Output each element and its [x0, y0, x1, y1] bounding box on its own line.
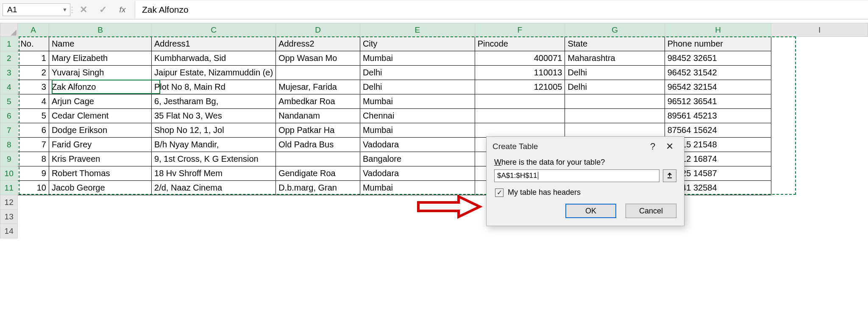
- data-cell[interactable]: 6, Jestharam Bg,: [152, 94, 276, 109]
- data-cell[interactable]: Chennai: [360, 109, 475, 123]
- data-cell[interactable]: 8: [18, 152, 49, 166]
- data-cell[interactable]: Gendigate Roa: [276, 166, 360, 181]
- empty-cell[interactable]: [152, 210, 276, 224]
- data-cell[interactable]: Opp Patkar Ha: [276, 123, 360, 138]
- data-cell[interactable]: [276, 66, 360, 80]
- col-header-B[interactable]: B: [49, 23, 151, 37]
- data-cell[interactable]: Old Padra Bus: [276, 138, 360, 152]
- empty-cell[interactable]: [360, 195, 475, 210]
- formula-input[interactable]: Zak Alfonzo: [135, 1, 868, 19]
- empty-cell[interactable]: [771, 51, 868, 66]
- data-cell[interactable]: 400071: [475, 51, 565, 66]
- data-cell[interactable]: 121005: [475, 80, 565, 94]
- fx-icon[interactable]: fx: [113, 1, 132, 19]
- empty-cell[interactable]: [771, 181, 868, 195]
- data-cell[interactable]: [475, 94, 565, 109]
- row-header-6[interactable]: 6: [0, 109, 18, 123]
- empty-cell[interactable]: [771, 109, 868, 123]
- row-header-5[interactable]: 5: [0, 94, 18, 109]
- ok-button[interactable]: OK: [565, 204, 616, 218]
- data-cell[interactable]: [565, 123, 665, 138]
- header-cell[interactable]: Address1: [152, 37, 276, 51]
- header-cell[interactable]: Phone number: [665, 37, 771, 51]
- data-cell[interactable]: [565, 94, 665, 109]
- data-cell[interactable]: Dodge Erikson: [49, 123, 151, 138]
- empty-cell[interactable]: [152, 195, 276, 210]
- header-cell[interactable]: State: [565, 37, 665, 51]
- data-cell[interactable]: Zak Alfonzo: [49, 80, 151, 94]
- data-cell[interactable]: Farid Grey: [49, 138, 151, 152]
- row-header-8[interactable]: 8: [0, 138, 18, 152]
- headers-checkbox-row[interactable]: ✓ My table has headers: [495, 188, 676, 197]
- close-button[interactable]: ✕: [661, 141, 678, 152]
- row-header-10[interactable]: 10: [0, 166, 18, 181]
- col-header-C[interactable]: C: [152, 23, 276, 37]
- empty-cell[interactable]: [771, 37, 868, 51]
- data-cell[interactable]: 2: [18, 66, 49, 80]
- data-cell[interactable]: [475, 123, 565, 138]
- worksheet-grid[interactable]: ABCDEFGHI1No.NameAddress1Address2CityPin…: [0, 23, 868, 238]
- range-input[interactable]: $A$1:$H$11: [494, 169, 659, 182]
- empty-cell[interactable]: [152, 224, 276, 238]
- row-header-13[interactable]: 13: [0, 210, 18, 224]
- data-cell[interactable]: Jacob George: [49, 181, 151, 195]
- empty-cell[interactable]: [771, 152, 868, 166]
- empty-cell[interactable]: [18, 210, 49, 224]
- data-cell[interactable]: 35 Flat No 3, Wes: [152, 109, 276, 123]
- collapse-dialog-button[interactable]: [663, 169, 676, 182]
- row-header-14[interactable]: 14: [0, 224, 18, 238]
- row-header-1[interactable]: 1: [0, 37, 18, 51]
- row-header-11[interactable]: 11: [0, 181, 18, 195]
- data-cell[interactable]: 96512 36541: [665, 94, 771, 109]
- col-header-F[interactable]: F: [475, 23, 565, 37]
- data-cell[interactable]: Nandanam: [276, 109, 360, 123]
- headers-checkbox[interactable]: ✓: [495, 188, 504, 197]
- empty-cell[interactable]: [360, 224, 475, 238]
- data-cell[interactable]: Cedar Clement: [49, 109, 151, 123]
- empty-cell[interactable]: [771, 224, 868, 238]
- empty-cell[interactable]: [771, 94, 868, 109]
- row-header-9[interactable]: 9: [0, 152, 18, 166]
- data-cell[interactable]: Bangalore: [360, 152, 475, 166]
- data-cell[interactable]: Mumbai: [360, 181, 475, 195]
- data-cell[interactable]: 6: [18, 123, 49, 138]
- data-cell[interactable]: 9, 1st Cross, K G Extension: [152, 152, 276, 166]
- chevron-down-icon[interactable]: ▼: [62, 7, 67, 13]
- data-cell[interactable]: Mumbai: [360, 94, 475, 109]
- data-cell[interactable]: Mumbai: [360, 51, 475, 66]
- data-cell[interactable]: 98452 32651: [665, 51, 771, 66]
- data-cell[interactable]: Yuvaraj Singh: [49, 66, 151, 80]
- empty-cell[interactable]: [771, 166, 868, 181]
- accept-icon[interactable]: ✓: [93, 1, 113, 19]
- data-cell[interactable]: Plot No 8, Main Rd: [152, 80, 276, 94]
- help-button[interactable]: ?: [644, 141, 661, 152]
- data-cell[interactable]: Mary Elizabeth: [49, 51, 151, 66]
- data-cell[interactable]: Robert Thomas: [49, 166, 151, 181]
- empty-cell[interactable]: [771, 210, 868, 224]
- row-header-3[interactable]: 3: [0, 66, 18, 80]
- data-cell[interactable]: Delhi: [360, 80, 475, 94]
- header-cell[interactable]: Address2: [276, 37, 360, 51]
- row-header-4[interactable]: 4: [0, 80, 18, 94]
- data-cell[interactable]: Kris Praveen: [49, 152, 151, 166]
- header-cell[interactable]: No.: [18, 37, 49, 51]
- row-header-2[interactable]: 2: [0, 51, 18, 66]
- data-cell[interactable]: Jaipur Estate, Nizammuddin (e): [152, 66, 276, 80]
- data-cell[interactable]: Mujesar, Farida: [276, 80, 360, 94]
- data-cell[interactable]: 96542 32154: [665, 80, 771, 94]
- empty-cell[interactable]: [49, 224, 151, 238]
- row-header-7[interactable]: 7: [0, 123, 18, 138]
- name-box[interactable]: A1 ▼: [3, 3, 70, 16]
- data-cell[interactable]: [565, 109, 665, 123]
- empty-cell[interactable]: [771, 123, 868, 138]
- data-cell[interactable]: Opp Wasan Mo: [276, 51, 360, 66]
- data-cell[interactable]: Kumbharwada, Sid: [152, 51, 276, 66]
- empty-cell[interactable]: [771, 66, 868, 80]
- cancel-icon[interactable]: ✕: [74, 1, 93, 19]
- empty-cell[interactable]: [771, 80, 868, 94]
- col-header-H[interactable]: H: [665, 23, 771, 37]
- col-header-E[interactable]: E: [360, 23, 475, 37]
- empty-cell[interactable]: [771, 138, 868, 152]
- data-cell[interactable]: 1: [18, 51, 49, 66]
- data-cell[interactable]: 110013: [475, 66, 565, 80]
